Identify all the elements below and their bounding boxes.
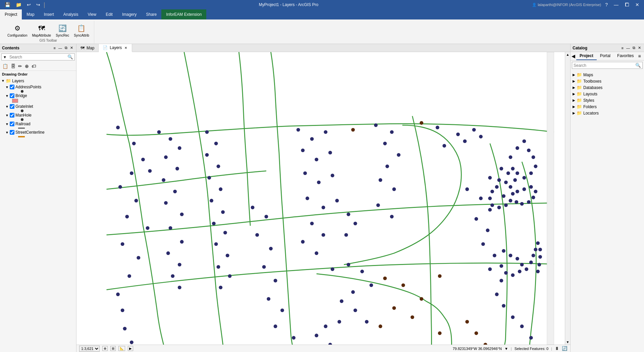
catalog-item[interactable]: ▶ 📁 Locators: [572, 110, 643, 116]
catalog-search-input[interactable]: [572, 62, 634, 69]
maximize-btn[interactable]: ⧠: [623, 1, 631, 8]
expand-icon[interactable]: ▼: [5, 105, 9, 108]
catalog-tab-portal[interactable]: Portal: [597, 52, 614, 60]
tab-view[interactable]: View: [83, 9, 101, 19]
save-btn[interactable]: 💾: [3, 1, 12, 8]
svg-point-54: [331, 174, 334, 177]
list-item[interactable]: ▼ ManHole: [0, 112, 76, 118]
svg-point-162: [532, 254, 535, 257]
pause-btn[interactable]: ⏸: [555, 346, 559, 351]
catalog-minimize-btn[interactable]: —: [625, 45, 631, 50]
catalog-search-bar[interactable]: 🔍: [572, 62, 643, 69]
contents-controls[interactable]: ≡ — ⧉ ✕: [53, 45, 74, 50]
catalog-tab-favorites[interactable]: Favorites: [614, 52, 637, 60]
expand-icon[interactable]: ▼: [5, 85, 9, 89]
contents-float-btn[interactable]: ⧉: [64, 45, 68, 50]
catalog-controls[interactable]: ≡ — ⧉ ✕: [621, 45, 642, 50]
catalog-search-button[interactable]: 🔍: [634, 62, 642, 69]
catalog-item[interactable]: ▶ 📁 Databases: [572, 84, 643, 91]
catalog-item[interactable]: ▶ 📁 Maps: [572, 72, 643, 78]
configuration-btn[interactable]: ⚙ Configuration: [5, 22, 29, 38]
list-item[interactable]: ▼ StreetCenterline: [0, 129, 76, 135]
tab-layers-view[interactable]: 📄 Layers ✕: [99, 44, 132, 52]
catalog-item[interactable]: ▶ 📁 Layouts: [572, 91, 643, 97]
layers-tab-close[interactable]: ✕: [124, 46, 128, 50]
minimize-btn[interactable]: —: [612, 1, 621, 8]
catalog-close-btn[interactable]: ✕: [637, 45, 642, 50]
tab-project[interactable]: Project: [0, 9, 22, 19]
contents-close-btn[interactable]: ✕: [69, 45, 74, 50]
syncrec-btn[interactable]: 🔄 SyncRec: [54, 22, 71, 38]
catalog-back-btn[interactable]: ◀: [571, 52, 576, 60]
contents-minimize-btn[interactable]: —: [57, 45, 63, 50]
catalog-float-btn[interactable]: ⧉: [632, 45, 636, 50]
open-btn[interactable]: 📁: [14, 1, 23, 8]
map-scrollbar[interactable]: ▲ ▼: [565, 52, 570, 345]
svg-point-145: [522, 187, 526, 191]
mapattribute-btn[interactable]: 🗺 MapAttribute: [30, 22, 53, 38]
expand-icon[interactable]: ▼: [5, 114, 9, 117]
bridge-checkbox[interactable]: [10, 93, 14, 98]
list-by-snapping-btn[interactable]: ⊕: [24, 62, 30, 70]
contents-search-button[interactable]: 🔍: [66, 54, 74, 60]
manhole-checkbox[interactable]: [10, 113, 14, 118]
catalog-menu-btn[interactable]: ≡: [621, 45, 625, 50]
tab-map-view[interactable]: 🗺 Map: [76, 44, 99, 52]
list-item[interactable]: ▼ Railroad: [0, 121, 76, 127]
map-canvas[interactable]: ▲ ▼: [76, 52, 570, 345]
list-item[interactable]: ▼ AddressPoints: [0, 84, 76, 90]
catalog-item[interactable]: ▶ 📁 Toolboxes: [572, 78, 643, 84]
bridge-label: Bridge: [15, 93, 27, 98]
tab-imagery[interactable]: Imagery: [117, 9, 141, 19]
help-btn[interactable]: ?: [603, 1, 610, 8]
list-by-editing-btn[interactable]: ✏: [17, 62, 23, 70]
grateinlet-checkbox[interactable]: [10, 104, 14, 109]
list-by-data-source-btn[interactable]: 🗄: [10, 62, 16, 70]
zoom-to-layer-btn[interactable]: ⊕: [102, 346, 108, 351]
svg-point-166: [538, 255, 542, 259]
expand-icon[interactable]: ▼: [1, 79, 5, 83]
scroll-up-btn[interactable]: ▲: [566, 52, 570, 57]
catalog-item[interactable]: ▶ 📁 Folders: [572, 103, 643, 110]
expand-icon[interactable]: ▼: [5, 122, 9, 126]
navigate-btn[interactable]: ▶: [128, 346, 133, 351]
list-by-labeling-btn[interactable]: 🏷: [31, 62, 37, 70]
contents-search-input[interactable]: [8, 54, 66, 60]
tab-inforeAM[interactable]: InforEAM Extension: [161, 9, 206, 19]
railroad-checkbox[interactable]: [10, 122, 14, 126]
coordinates-dropdown[interactable]: ▼: [504, 347, 508, 351]
catalog-item[interactable]: ▶ 📁 Styles: [572, 97, 643, 103]
undo-btn[interactable]: ↩: [25, 1, 33, 8]
svg-point-149: [527, 200, 531, 204]
scale-selector[interactable]: 1:3,621: [79, 346, 100, 352]
layer-group-item[interactable]: ▼ 📁 Layers: [0, 78, 76, 84]
list-item[interactable]: ▼ Bridge: [0, 93, 76, 99]
catalog-tab-project[interactable]: Project: [576, 52, 597, 60]
expand-icon[interactable]: ▼: [5, 131, 9, 134]
svg-point-114: [262, 265, 266, 269]
tab-edit[interactable]: Edit: [101, 9, 117, 19]
tab-insert[interactable]: Insert: [39, 9, 59, 19]
full-extent-btn[interactable]: ⊞: [110, 346, 116, 351]
list-by-drawing-order-btn[interactable]: 📋: [1, 62, 9, 70]
syncattrib-btn[interactable]: 📋 SyncAttrib: [72, 22, 91, 38]
contents-search-bar[interactable]: ▼ 🔍: [1, 53, 75, 60]
expand-icon[interactable]: ▼: [5, 94, 9, 98]
svg-point-179: [465, 320, 469, 324]
redo-btn[interactable]: ↪: [34, 1, 42, 8]
refresh-btn[interactable]: 🔄: [562, 346, 568, 351]
close-btn[interactable]: ✕: [633, 1, 641, 8]
quick-access-toolbar[interactable]: 💾 📁 ↩ ↪ |: [3, 1, 45, 8]
list-item[interactable]: ▼ GrateInlet: [0, 103, 76, 109]
svg-point-71: [392, 187, 396, 191]
streetcenterline-checkbox[interactable]: [10, 130, 14, 135]
tab-share[interactable]: Share: [141, 9, 161, 19]
tab-map[interactable]: Map: [22, 9, 39, 19]
fixed-zoom-btn[interactable]: 📐: [118, 346, 125, 351]
catalog-options-btn[interactable]: ≡: [637, 52, 642, 60]
window-controls[interactable]: 👤 lalaparthi@INFOR (ArcGIS Enterprise) ?…: [532, 1, 641, 8]
contents-menu-btn[interactable]: ≡: [53, 45, 57, 50]
tab-analysis[interactable]: Analysis: [59, 9, 83, 19]
scroll-down-btn[interactable]: ▼: [566, 340, 570, 345]
addresspoints-checkbox[interactable]: [10, 85, 14, 89]
